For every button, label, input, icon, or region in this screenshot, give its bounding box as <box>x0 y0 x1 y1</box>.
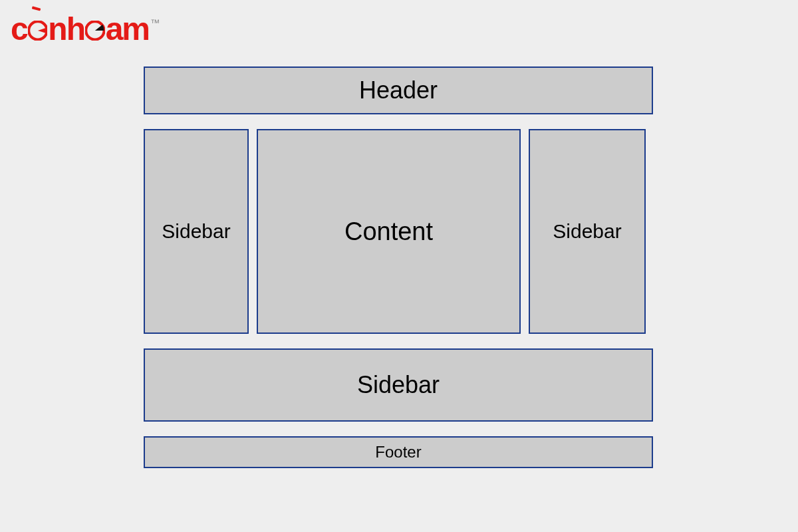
middle-row: Sidebar Content Sidebar <box>144 129 653 334</box>
brand-text-part1: c <box>11 11 27 47</box>
sidebar-right-region: Sidebar <box>529 129 646 334</box>
content-region: Content <box>257 129 521 334</box>
brand-o-glyph-icon <box>85 21 105 41</box>
brand-logo: cnham ™ <box>11 13 160 45</box>
sidebar-right-label: Sidebar <box>553 220 621 243</box>
layout-diagram: Header Sidebar Content Sidebar Sidebar F… <box>144 66 653 468</box>
brand-text-part3: am <box>106 11 149 47</box>
header-label: Header <box>359 76 438 104</box>
brand-trademark: ™ <box>150 17 160 28</box>
sidebar-bottom-label: Sidebar <box>357 371 440 399</box>
brand-text-part2: nh <box>48 11 84 47</box>
brand-wordmark: cnham <box>11 13 149 45</box>
sidebar-bottom-region: Sidebar <box>144 348 653 422</box>
header-region: Header <box>144 66 653 114</box>
sidebar-left-region: Sidebar <box>144 129 249 334</box>
content-label: Content <box>344 217 433 246</box>
sidebar-left-label: Sidebar <box>162 220 230 243</box>
footer-label: Footer <box>375 443 421 462</box>
footer-region: Footer <box>144 436 653 468</box>
brand-accent-mark <box>32 7 41 12</box>
brand-a-glyph-icon <box>28 21 48 41</box>
